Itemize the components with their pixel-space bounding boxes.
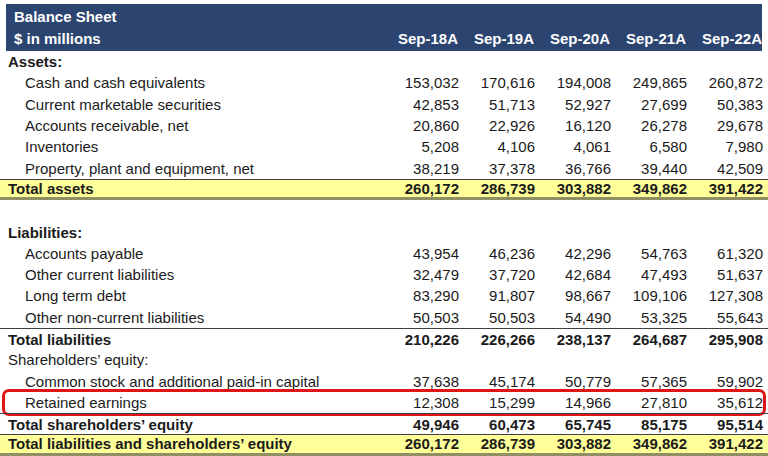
table-row: Other current liabilities 32,479 37,720 …	[0, 264, 768, 285]
cell-value: 83,290	[383, 287, 459, 304]
table-row: Long term debt 83,290 91,807 98,667 109,…	[0, 285, 768, 306]
column-header-sep-20a: Sep-20A	[534, 30, 610, 47]
cell-value: 42,509	[687, 160, 763, 177]
cell-value: 38,219	[383, 160, 459, 177]
table-row: Common stock and additional paid-in capi…	[0, 370, 768, 391]
table-row: Retained earnings 12,308 15,299 14,966 2…	[0, 392, 768, 413]
cell-value: 20,860	[383, 117, 459, 134]
cell-value: 45,174	[459, 373, 535, 390]
cell-value: 27,699	[611, 96, 687, 113]
row-label: Total liabilities and shareholders’ equi…	[0, 435, 383, 452]
column-header-sep-19a: Sep-19A	[458, 30, 534, 47]
table-row: Total assets 260,172 286,739 303,882 349…	[0, 179, 768, 200]
cell-value: 60,473	[459, 416, 535, 433]
cell-value: 238,137	[535, 331, 611, 348]
row-label: Total shareholders’ equity	[0, 416, 383, 433]
row-label: Inventories	[0, 138, 383, 155]
cell-value: 50,503	[383, 309, 459, 326]
row-label: Liabilities:	[0, 224, 383, 241]
row-label: Assets:	[0, 53, 383, 70]
cell-value: 295,908	[687, 331, 763, 348]
cell-value: 49,946	[383, 416, 459, 433]
cell-value: 51,713	[459, 96, 535, 113]
row-label: Total assets	[0, 180, 383, 197]
cell-value: 57,365	[611, 373, 687, 390]
row-label: Other non-current liabilities	[0, 309, 383, 326]
table-row: Total liabilities and shareholders’ equi…	[0, 434, 768, 455]
row-label: Current marketable securities	[0, 96, 383, 113]
cell-value: 264,687	[611, 331, 687, 348]
table-body: Assets: Cash and cash equivalents 153,03…	[0, 51, 768, 456]
units-label: $ in millions	[6, 30, 382, 47]
row-label: Retained earnings	[0, 394, 383, 411]
cell-value: 7,980	[687, 138, 763, 155]
row-label: Total liabilities	[0, 331, 383, 348]
cell-value: 4,106	[459, 138, 535, 155]
cell-value: 349,862	[611, 180, 687, 197]
row-label: Accounts payable	[0, 245, 383, 262]
row-label: Accounts receivable, net	[0, 117, 383, 134]
cell-value: 127,308	[687, 287, 763, 304]
cell-value: 35,612	[687, 394, 763, 411]
cell-value: 303,882	[535, 180, 611, 197]
cell-value: 37,638	[383, 373, 459, 390]
cell-value: 98,667	[535, 287, 611, 304]
cell-value: 95,514	[687, 416, 763, 433]
table-row: Shareholders’ equity:	[0, 349, 768, 370]
column-header-sep-18a: Sep-18A	[382, 30, 458, 47]
cell-value: 16,120	[535, 117, 611, 134]
cell-value: 59,902	[687, 373, 763, 390]
cell-value: 54,490	[535, 309, 611, 326]
cell-value: 55,643	[687, 309, 763, 326]
cell-value: 226,266	[459, 331, 535, 348]
column-header-sep-21a: Sep-21A	[610, 30, 686, 47]
cell-value: 26,278	[611, 117, 687, 134]
cell-value: 53,325	[611, 309, 687, 326]
cell-value: 194,008	[535, 74, 611, 91]
cell-value: 249,865	[611, 74, 687, 91]
cell-value: 349,862	[611, 435, 687, 452]
table-row: Liabilities:	[0, 221, 768, 242]
cell-value: 43,954	[383, 245, 459, 262]
column-header-sep-22a: Sep-22A	[686, 30, 762, 47]
cell-value: 37,720	[459, 266, 535, 283]
table-row: Inventories 5,208 4,106 4,061 6,580 7,98…	[0, 136, 768, 157]
cell-value: 42,684	[535, 266, 611, 283]
balance-sheet: Balance Sheet $ in millions Sep-18A Sep-…	[0, 0, 768, 456]
column-header-row: $ in millions Sep-18A Sep-19A Sep-20A Se…	[6, 27, 762, 49]
cell-value: 29,678	[687, 117, 763, 134]
cell-value: 36,766	[535, 160, 611, 177]
cell-value: 51,637	[687, 266, 763, 283]
row-label: Common stock and additional paid-in capi…	[0, 373, 383, 390]
page-title: Balance Sheet	[6, 4, 762, 26]
table-row: Accounts receivable, net 20,860 22,926 1…	[0, 115, 768, 136]
cell-value: 12,308	[383, 394, 459, 411]
cell-value: 286,739	[459, 435, 535, 452]
table-row: Total shareholders’ equity 49,946 60,473…	[0, 413, 768, 434]
cell-value: 39,440	[611, 160, 687, 177]
cell-value: 65,745	[535, 416, 611, 433]
cell-value: 15,299	[459, 394, 535, 411]
cell-value: 14,966	[535, 394, 611, 411]
row-label: Long term debt	[0, 287, 383, 304]
cell-value: 170,616	[459, 74, 535, 91]
table-row: Assets:	[0, 51, 768, 72]
cell-value: 50,383	[687, 96, 763, 113]
cell-value: 47,493	[611, 266, 687, 283]
cell-value: 50,503	[459, 309, 535, 326]
cell-value: 54,763	[611, 245, 687, 262]
row-label: Cash and cash equivalents	[0, 74, 383, 91]
cell-value: 391,422	[687, 180, 763, 197]
table-header: Balance Sheet $ in millions Sep-18A Sep-…	[6, 4, 762, 51]
cell-value: 5,208	[383, 138, 459, 155]
table-row	[0, 200, 768, 221]
cell-value: 6,580	[611, 138, 687, 155]
cell-value: 210,226	[383, 331, 459, 348]
cell-value: 50,779	[535, 373, 611, 390]
cell-value: 42,296	[535, 245, 611, 262]
row-label: Shareholders’ equity:	[0, 351, 383, 368]
cell-value: 4,061	[535, 138, 611, 155]
cell-value: 260,872	[687, 74, 763, 91]
cell-value: 260,172	[383, 180, 459, 197]
cell-value: 303,882	[535, 435, 611, 452]
